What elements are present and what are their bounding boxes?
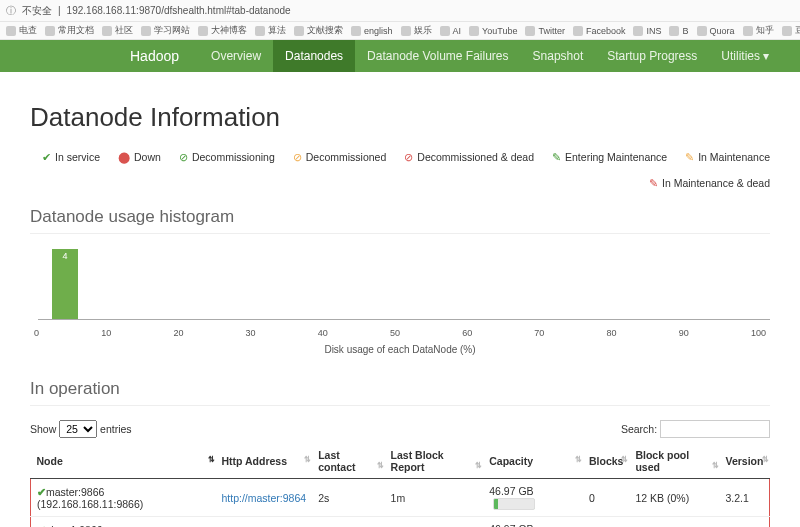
x-tick: 20 [173, 328, 183, 338]
bookmark-item[interactable]: Twitter [525, 26, 565, 36]
table-row: ✔master:9866 (192.168.168.11:9866)http:/… [31, 479, 770, 517]
col-version[interactable]: Version⇅ [720, 444, 770, 479]
url-text[interactable]: 192.168.168.11:9870/dfshealth.html#tab-d… [67, 5, 794, 16]
legend-icon: ⊘ [293, 151, 302, 163]
page-title: Datanode Information [30, 102, 770, 133]
legend-label: Decommissioned [306, 151, 387, 163]
capacity-text: 46.97 GB [489, 485, 533, 497]
bookmark-item[interactable]: 常用文档 [45, 24, 94, 37]
chart-x-labels: 0102030405060708090100 [30, 328, 770, 338]
capacity-text: 46.97 GB [489, 523, 533, 527]
col-blocks[interactable]: Blocks⇅ [583, 444, 629, 479]
legend-label: In service [55, 151, 100, 163]
bookmark-item[interactable]: english [351, 26, 393, 36]
last-contact: 2s [312, 479, 384, 517]
bookmark-item[interactable]: Quora [697, 26, 735, 36]
nav-item-overview[interactable]: Overview [199, 40, 273, 72]
usage-histogram-chart: 4 0102030405060708090100 [30, 248, 770, 338]
legend-label: Decommissioning [192, 151, 275, 163]
nav-item-snapshot[interactable]: Snapshot [521, 40, 596, 72]
bookmark-item[interactable]: Facebook [573, 26, 626, 36]
table-controls: Show 25 entries Search: [30, 420, 770, 438]
x-tick: 0 [34, 328, 39, 338]
bookmark-bar: 电查常用文档社区学习网站大神博客算法文献搜索english娱乐AIYouTube… [0, 22, 800, 40]
legend-item: ⊘Decommissioned & dead [404, 151, 534, 163]
last-contact: 2s [312, 517, 384, 527]
sort-icon[interactable]: ⇅ [762, 455, 768, 464]
status-legend: ✔In service⬤Down⊘Decommissioning⊘Decommi… [30, 151, 770, 189]
blocks: 0 [583, 517, 629, 527]
entries-select[interactable]: 25 [59, 420, 97, 438]
legend-label: In Maintenance [698, 151, 770, 163]
sort-icon[interactable]: ⇅ [377, 461, 383, 470]
chart-bar-label: 4 [52, 251, 78, 261]
nav-item-datanode-volume-failures[interactable]: Datanode Volume Failures [355, 40, 520, 72]
x-tick: 40 [318, 328, 328, 338]
col-capacity[interactable]: Capacity⇅ [483, 444, 583, 479]
bookmark-item[interactable]: 大神博客 [198, 24, 247, 37]
nav-item-utilities[interactable]: Utilities ▾ [709, 40, 781, 72]
x-tick: 80 [607, 328, 617, 338]
legend-item: ✎In Maintenance & dead [649, 177, 770, 189]
legend-label: Entering Maintenance [565, 151, 667, 163]
bookmark-item[interactable]: 学习网站 [141, 24, 190, 37]
bookmark-item[interactable]: YouTube [469, 26, 517, 36]
histogram-heading: Datanode usage histogram [30, 207, 770, 234]
browser-url-bar: ⓘ 不安全 | 192.168.168.11:9870/dfshealth.ht… [0, 0, 800, 22]
sort-icon[interactable]: ⇅ [304, 455, 310, 464]
legend-item: ✔In service [42, 151, 100, 163]
bookmark-item[interactable]: 文献搜索 [294, 24, 343, 37]
bookmark-item[interactable]: B [669, 26, 688, 36]
bookmark-item[interactable]: 娱乐 [401, 24, 432, 37]
col-last-block-report[interactable]: Last Block Report⇅ [385, 444, 484, 479]
legend-icon: ⊘ [404, 151, 413, 163]
bookmark-item[interactable]: 豆瓣 [782, 24, 800, 37]
security-label: 不安全 [22, 4, 52, 18]
last-block-report: 1m [385, 517, 484, 527]
x-tick: 60 [462, 328, 472, 338]
legend-label: In Maintenance & dead [662, 177, 770, 189]
legend-item: ✎Entering Maintenance [552, 151, 667, 163]
chart-x-caption: Disk usage of each DataNode (%) [30, 344, 770, 355]
legend-icon: ✎ [552, 151, 561, 163]
http-link[interactable]: http://master:9864 [222, 492, 307, 504]
bookmark-item[interactable]: AI [440, 26, 462, 36]
col-http-address[interactable]: Http Address⇅ [216, 444, 313, 479]
bookmark-item[interactable]: 知乎 [743, 24, 774, 37]
sort-icon[interactable]: ⇅ [712, 461, 718, 470]
nav-item-datanodes[interactable]: Datanodes [273, 40, 355, 72]
bookmark-item[interactable]: 电查 [6, 24, 37, 37]
check-icon: ✔ [37, 486, 46, 498]
bookmark-item[interactable]: INS [633, 26, 661, 36]
search-label: Search: [621, 423, 657, 435]
datanode-table: Node⇅Http Address⇅Last contact⇅Last Bloc… [30, 444, 770, 527]
info-icon: ⓘ [6, 4, 16, 18]
brand[interactable]: Hadoop [130, 48, 179, 64]
sort-icon[interactable]: ⇅ [208, 455, 214, 464]
show-label-pre: Show [30, 423, 56, 435]
sort-icon[interactable]: ⇅ [575, 455, 581, 464]
table-row: ✔slave1:9866 (192.168.168.12:9866)http:/… [31, 517, 770, 527]
bookmark-item[interactable]: 社区 [102, 24, 133, 37]
sort-icon[interactable]: ⇅ [475, 461, 481, 470]
legend-item: ⊘Decommissioning [179, 151, 275, 163]
col-node[interactable]: Node⇅ [31, 444, 216, 479]
x-tick: 70 [534, 328, 544, 338]
version: 3.2.1 [720, 479, 770, 517]
in-operation-heading: In operation [30, 379, 770, 406]
sort-icon[interactable]: ⇅ [621, 455, 627, 464]
search-input[interactable] [660, 420, 770, 438]
legend-item: ✎In Maintenance [685, 151, 770, 163]
legend-item: ⬤Down [118, 151, 161, 163]
col-last-contact[interactable]: Last contact⇅ [312, 444, 384, 479]
legend-label: Down [134, 151, 161, 163]
legend-icon: ✎ [649, 177, 658, 189]
col-block-pool-used[interactable]: Block pool used⇅ [629, 444, 719, 479]
legend-icon: ✎ [685, 151, 694, 163]
last-block-report: 1m [385, 479, 484, 517]
capacity-bar [493, 498, 535, 510]
legend-label: Decommissioned & dead [417, 151, 534, 163]
nav-item-startup-progress[interactable]: Startup Progress [595, 40, 709, 72]
x-tick: 30 [246, 328, 256, 338]
bookmark-item[interactable]: 算法 [255, 24, 286, 37]
